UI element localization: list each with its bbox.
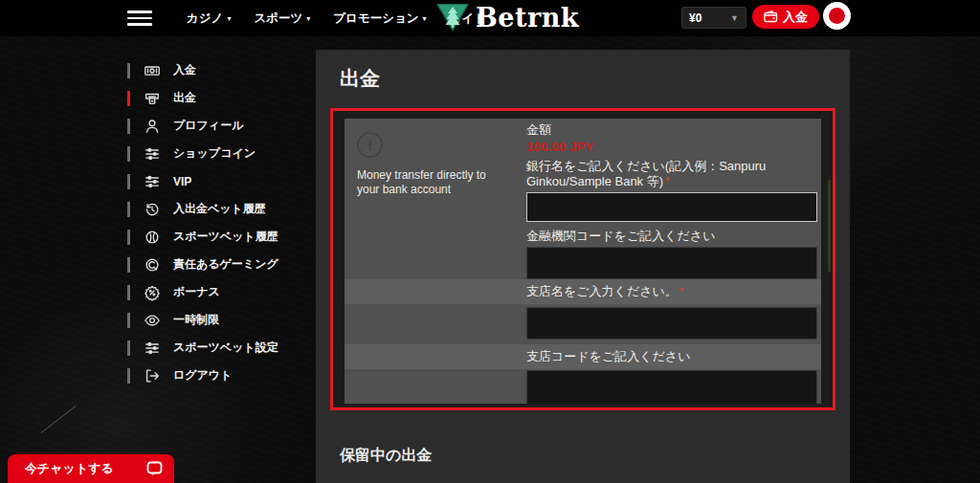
active-indicator-bar [127,257,130,273]
wallet-icon [764,11,778,23]
sidebar-item-transaction-history[interactable]: 入出金ベット履歴 [127,195,309,223]
amount-label: 金額 [526,122,817,138]
sidebar-item-label: 入出金ベット履歴 [173,201,266,217]
sidebar-item-label: スポーツベット設定 [173,340,278,356]
page-title: 出金 [340,65,380,92]
sidebar-item-sports-bet-history[interactable]: スポーツベット履歴 [127,223,309,251]
hamburger-menu-icon[interactable] [127,11,152,26]
sidebar-item-label: プロフィール [173,118,243,134]
active-indicator-bar [127,285,130,300]
balance-value: ¥0 [689,11,730,25]
field-input-3[interactable] [526,370,817,404]
sliders-icon [143,339,161,357]
sidebar-item-label: VIP [173,175,191,188]
sidebar-item-deposit[interactable]: 入金 [127,56,309,84]
chevron-down-icon: ▾ [423,14,427,23]
sidebar-item-sports-bet-settings[interactable]: スポーツベット設定 [127,334,309,362]
withdraw-page-panel: 出金 ! Money transfer directly to your ban… [316,50,850,483]
deposit-icon [143,61,161,79]
scrollbar-hint[interactable] [828,180,831,272]
active-indicator-bar [127,146,130,162]
sidebar-item-bonus[interactable]: ボーナス [127,278,309,306]
sidebar-item-withdraw[interactable]: 出金 [127,84,309,112]
field-input-0[interactable] [526,192,817,222]
chevron-down-icon: ▾ [306,14,310,23]
sidebar-item-vip[interactable]: VIP [127,167,309,195]
active-indicator-bar [127,202,130,217]
withdraw-icon [143,89,161,107]
active-indicator-bar [127,174,130,189]
japan-flag-icon[interactable] [823,2,851,30]
sports-ball-icon [143,228,161,246]
active-indicator-bar [127,230,130,245]
sidebar-item-shop-coin[interactable]: ショップコイン [127,140,309,167]
method-description: Money transfer directly to your bank acc… [357,168,510,197]
sliders-icon [143,172,161,190]
active-indicator-bar [127,119,130,134]
sidebar-item-temporary-limit[interactable]: 一時制限 [127,306,309,334]
nav-item-2[interactable]: スポーツ▾ [254,11,310,27]
sidebar-item-label: 責任あるゲーミング [173,256,278,273]
active-indicator-bar [127,368,130,384]
active-indicator-bar [127,340,130,356]
deposit-button[interactable]: 入金 [752,5,819,29]
chat-bubble-icon [146,461,163,476]
field-label-2: 支店名をご入力ください。* [526,284,817,299]
field-label-1: 金融機関コードをご記入ください [526,229,817,244]
sliders-icon [143,144,161,163]
top-bar: カジノ▾スポーツ▾プロモーション▾ガイド▾ Betrnk ¥0 ▼ 入金 [0,0,980,36]
sidebar-item-label: 出金 [173,90,196,106]
field-label-3: 支店コードをご記入ください [526,349,817,364]
sidebar-item-responsible-gaming[interactable]: 責任あるゲーミング [127,251,309,278]
sidebar-item-label: ショップコイン [173,145,256,162]
profile-icon [143,117,161,135]
chat-now-button[interactable]: 今チャットする [8,454,174,483]
history-clock-icon [143,200,161,218]
sidebar-menu: 入金出金プロフィールショップコインVIP入出金ベット履歴スポーツベット履歴責任あ… [127,56,309,389]
sidebar-item-profile[interactable]: プロフィール [127,112,309,140]
method-description-column: ! Money transfer directly to your bank a… [345,119,526,404]
deposit-button-label: 入金 [783,9,808,26]
percent-badge-icon [143,283,161,301]
sidebar-item-label: 入金 [173,62,196,78]
required-asterisk: * [665,175,670,188]
nav-item-label: プロモーション [333,11,418,27]
responsible-gaming-icon [143,255,161,274]
withdraw-form-highlight-box: ! Money transfer directly to your bank a… [330,108,835,410]
eye-icon [143,311,161,329]
withdraw-form: ! Money transfer directly to your bank a… [345,119,821,404]
sidebar-item-label: ログアウト [173,367,232,384]
required-asterisk: * [679,285,684,298]
sidebar-item-logout[interactable]: ログアウト [127,362,309,389]
amount-value: 100.00 JPY [526,140,594,154]
pine-tree-triangle-icon [435,3,470,33]
logout-icon [143,366,161,384]
info-circle-icon: ! [357,132,383,158]
nav-item-label: カジノ [187,11,223,27]
chat-button-label: 今チャットする [25,460,146,477]
sidebar-item-label: ボーナス [173,284,220,300]
field-label-0: 銀行名をご記入ください(記入例：Sanpuru Ginkou/Sample Ba… [526,159,817,189]
nav-item-1[interactable]: カジノ▾ [187,11,231,27]
field-input-1[interactable] [526,247,817,279]
nav-item-label: スポーツ [254,11,302,27]
chevron-down-icon: ▼ [730,13,739,23]
active-indicator-bar [127,91,130,106]
sidebar-item-label: スポーツベット履歴 [173,229,278,245]
field-input-2[interactable] [526,307,817,340]
chevron-down-icon: ▾ [227,14,231,23]
pending-withdrawals-title: 保留中の出金 [340,446,432,466]
active-indicator-bar [127,63,130,78]
balance-dropdown[interactable]: ¥0 ▼ [681,7,746,29]
betrnk-logo[interactable]: Betrnk [435,3,579,33]
active-indicator-bar [127,313,130,328]
logo-text: Betrnk [476,3,579,33]
nav-item-3[interactable]: プロモーション▾ [333,11,426,27]
withdraw-fields-column: 金額 100.00 JPY 銀行名をご記入ください(記入例：Sanpuru Gi… [526,119,817,404]
background-scratch-texture [41,406,77,433]
sidebar-item-label: 一時制限 [173,312,219,328]
